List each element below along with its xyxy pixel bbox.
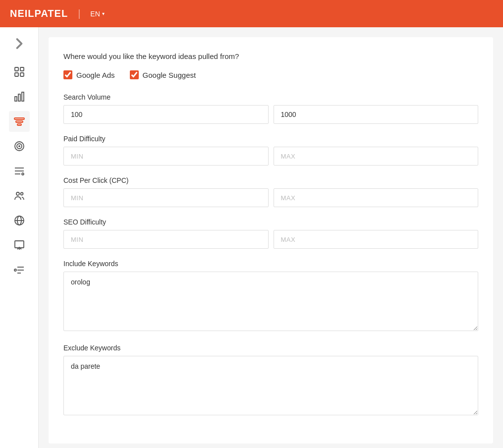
google-suggest-checkbox[interactable] [130, 70, 139, 79]
sidebar-item-users[interactable] [9, 185, 30, 206]
search-volume-group: Search Volume [63, 93, 478, 124]
sidebar-item-chart[interactable] [9, 86, 30, 107]
svg-point-17 [16, 192, 19, 195]
sidebar [0, 27, 39, 448]
sidebar-item-list[interactable] [9, 161, 30, 181]
main-content: Where would you like the keyword ideas p… [39, 27, 503, 448]
google-ads-checkbox[interactable] [63, 70, 72, 79]
sidebar-item-search-list[interactable] [9, 260, 30, 280]
include-keywords-group: Include Keywords orolog [63, 260, 478, 333]
seo-difficulty-label: SEO Difficulty [63, 218, 478, 226]
logo: NEILPATEL [10, 8, 68, 19]
google-suggest-checkbox-item: Google Suggest [130, 70, 196, 79]
svg-point-18 [20, 193, 23, 195]
search-volume-inputs [63, 105, 478, 124]
exclude-keywords-textarea[interactable]: da parete [63, 356, 478, 415]
google-suggest-label: Google Suggest [143, 71, 196, 79]
seo-difficulty-group: SEO Difficulty [63, 218, 478, 249]
svg-rect-7 [14, 118, 24, 119]
cpc-min[interactable] [63, 188, 269, 207]
svg-rect-5 [18, 94, 20, 101]
svg-rect-8 [16, 121, 23, 122]
source-checkboxes: Google Ads Google Suggest [63, 70, 478, 79]
sidebar-item-dashboard[interactable] [9, 61, 30, 82]
header: NEILPATEL | EN ▾ [0, 0, 503, 27]
header-divider: | [78, 8, 80, 19]
svg-rect-0 [15, 67, 18, 71]
paid-difficulty-max[interactable] [274, 147, 479, 166]
cost-per-click-inputs [63, 188, 478, 207]
seo-max[interactable] [274, 230, 479, 249]
svg-point-16 [22, 173, 24, 175]
seo-difficulty-inputs [63, 230, 478, 249]
include-keywords-textarea[interactable]: orolog [63, 272, 478, 331]
sidebar-toggle[interactable] [10, 35, 28, 53]
sidebar-item-globe[interactable] [9, 210, 30, 231]
language-label: EN [90, 10, 100, 18]
cost-per-click-group: Cost Per Click (CPC) [63, 176, 478, 207]
exclude-keywords-label: Exclude Keywords [63, 344, 478, 352]
paid-difficulty-min[interactable] [63, 147, 269, 166]
google-ads-checkbox-item: Google Ads [63, 70, 115, 79]
paid-difficulty-inputs [63, 147, 478, 166]
language-selector[interactable]: EN ▾ [90, 10, 104, 18]
cpc-max[interactable] [274, 188, 479, 207]
cost-per-click-label: Cost Per Click (CPC) [63, 176, 478, 184]
svg-rect-4 [15, 97, 17, 101]
content-card: Where would you like the keyword ideas p… [49, 37, 493, 444]
svg-rect-2 [15, 73, 18, 76]
svg-point-12 [19, 146, 20, 147]
svg-rect-1 [20, 67, 24, 71]
svg-rect-3 [20, 73, 24, 76]
chevron-down-icon: ▾ [102, 11, 105, 16]
search-volume-min[interactable] [63, 105, 269, 124]
sidebar-item-upload[interactable] [9, 235, 30, 256]
paid-difficulty-group: Paid Difficulty [63, 135, 478, 166]
svg-rect-6 [22, 92, 24, 101]
svg-point-27 [14, 269, 16, 271]
seo-min[interactable] [63, 230, 269, 249]
paid-difficulty-label: Paid Difficulty [63, 135, 478, 143]
sidebar-item-target[interactable] [9, 136, 30, 157]
svg-rect-9 [17, 124, 21, 125]
sidebar-item-filter[interactable] [9, 111, 30, 132]
search-volume-label: Search Volume [63, 93, 478, 101]
keyword-source-question: Where would you like the keyword ideas p… [63, 52, 478, 60]
include-keywords-label: Include Keywords [63, 260, 478, 268]
layout: Where would you like the keyword ideas p… [0, 27, 503, 448]
exclude-keywords-group: Exclude Keywords da parete [63, 344, 478, 417]
search-volume-max[interactable] [274, 105, 479, 124]
google-ads-label: Google Ads [76, 71, 115, 79]
